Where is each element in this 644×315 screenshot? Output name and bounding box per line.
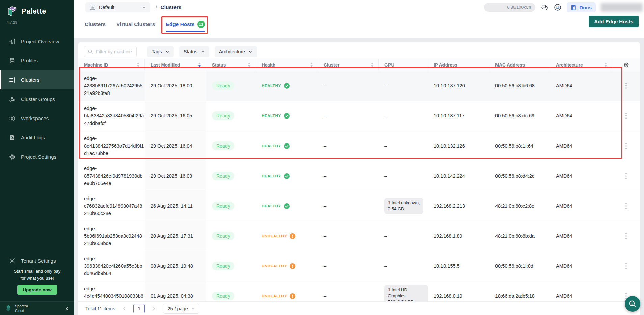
tab-virtual-clusters[interactable]: Virtual Clusters: [116, 14, 155, 35]
sort-icon-active-desc[interactable]: [198, 62, 201, 67]
tools-icon: [9, 258, 16, 264]
unhealthy-warning-icon: [290, 233, 295, 239]
svg-text:@: @: [556, 5, 560, 9]
palette-logo-icon: [5, 5, 18, 18]
next-page-icon[interactable]: [152, 307, 156, 311]
machine-id: edge-4c4c4544003450108033b6c04f504432: [84, 285, 145, 301]
sidebar-item-label: Profiles: [21, 58, 38, 63]
row-menu-button[interactable]: [612, 263, 640, 269]
sidebar-item-audit-logs[interactable]: Audit Logs: [0, 128, 74, 147]
architecture-cell: AMD64: [550, 293, 612, 299]
table-row[interactable]: edge-857438426ef9d9781930dbe90b705e4e 29…: [78, 161, 640, 191]
docs-button[interactable]: Docs: [567, 2, 596, 12]
status-badge: Ready: [212, 292, 234, 300]
support-search-widget[interactable]: [625, 296, 640, 312]
status-badge: Ready: [212, 111, 234, 120]
sidebar-item-project-settings[interactable]: Project Settings: [0, 147, 74, 166]
ip-address-cell: 192.168.0.10: [428, 293, 489, 299]
chat-icon[interactable]: [540, 3, 548, 11]
tab-label: Virtual Clusters: [116, 21, 155, 27]
architecture-filter-label: Architecture: [219, 49, 245, 54]
health-status: UNHEALTHY: [262, 233, 318, 239]
tags-filter-dropdown[interactable]: Tags: [147, 46, 174, 57]
table-row[interactable]: edge-4238b891f7267a5024295521a92b3fa8 29…: [78, 71, 640, 101]
sidebar-item-tenant-settings[interactable]: Tenant Settings: [0, 251, 74, 270]
sidebar-item-workspaces[interactable]: Workspaces: [0, 109, 74, 128]
table-row[interactable]: edge-c76832aefe914893047a48210b60c28e 26…: [78, 191, 640, 221]
last-modified: 29 Oct 2025, 16:04: [151, 143, 192, 149]
sidebar-item-cluster-groups[interactable]: Cluster Groups: [0, 89, 74, 109]
column-header-cluster[interactable]: Cluster: [318, 59, 379, 71]
row-menu-button[interactable]: [612, 113, 640, 119]
chevron-down-icon: [201, 50, 205, 54]
add-edge-hosts-button[interactable]: Add Edge Hosts: [589, 16, 639, 27]
ip-address-cell: 10.10.155.5: [428, 263, 489, 269]
last-modified: 29 Oct 2025, 16:03: [151, 173, 192, 179]
column-header-mac-address[interactable]: MAC Address: [489, 59, 550, 71]
kebab-menu-icon: [625, 143, 627, 149]
sidebar-item-label: Project Overview: [21, 38, 59, 44]
topbar: Default / Clusters 0.86/100kCh @ Docs: [74, 0, 644, 15]
gpu-cell: –: [379, 233, 428, 239]
column-header-last-modified[interactable]: Last Modified: [145, 59, 206, 71]
sort-icon[interactable]: [604, 62, 607, 67]
column-header-status[interactable]: Status: [206, 59, 256, 71]
status-filter-dropdown[interactable]: Status: [179, 46, 209, 57]
health-status: UNHEALTHY: [262, 293, 318, 299]
sort-icon[interactable]: [137, 62, 140, 67]
sidebar-item-project-overview[interactable]: Project Overview: [0, 32, 74, 51]
architecture-cell: AMD64: [550, 233, 612, 239]
breadcrumb-separator: /: [156, 4, 157, 10]
table-row[interactable]: edge-396338420e4f260a55c3bbd046db9b64 08…: [78, 251, 640, 281]
tab-label: Clusters: [85, 21, 106, 27]
chart-icon: [9, 38, 16, 45]
tab-clusters[interactable]: Clusters: [85, 14, 106, 35]
sort-icon[interactable]: [371, 62, 374, 67]
user-account-redacted[interactable]: [601, 3, 643, 12]
table-row[interactable]: edge-8e41384227563a7d14df9f1d1ac73bbe 29…: [78, 131, 640, 161]
page-size-select[interactable]: 25 / page: [163, 304, 199, 314]
kebab-menu-icon: [625, 203, 627, 209]
project-icon: [89, 4, 96, 10]
tab-edge-hosts[interactable]: Edge Hosts 11: [166, 14, 205, 35]
mention-icon[interactable]: @: [554, 3, 562, 11]
mac-address-cell: 48:21:0b:60:8b:da: [489, 233, 550, 239]
column-header-machine-id[interactable]: Machine ID: [78, 59, 145, 71]
table-row[interactable]: edge-5b96f691ab253ca3c02448210b608bda 20…: [78, 221, 640, 251]
search-input[interactable]: [84, 46, 137, 57]
ip-address-cell: 192.168.1.89: [428, 233, 489, 239]
upgrade-now-button[interactable]: Upgrade now: [17, 285, 57, 295]
tags-filter-label: Tags: [152, 49, 162, 54]
gpu-badge: 1 Intel unknown,0.54 GB: [384, 198, 423, 214]
docs-label: Docs: [579, 5, 592, 10]
breadcrumb: Clusters: [160, 4, 181, 10]
table-row[interactable]: edge-4c4c4544003450108033b6c04f504432 01…: [78, 281, 640, 301]
column-header-ip-address[interactable]: IP Address: [428, 59, 489, 71]
sort-icon[interactable]: [310, 62, 313, 67]
row-menu-button[interactable]: [612, 83, 640, 89]
collapse-sidebar-icon[interactable]: [65, 306, 70, 311]
machine-id: edge-396338420e4f260a55c3bbd046db9b64: [84, 255, 145, 277]
last-modified: 20 Aug 2025, 17:31: [151, 233, 193, 239]
sidebar-item-profiles[interactable]: Profiles: [0, 51, 74, 70]
chevron-down-icon: [165, 50, 169, 54]
column-settings[interactable]: [612, 59, 640, 71]
architecture-filter-dropdown[interactable]: Architecture: [215, 46, 257, 57]
sort-icon[interactable]: [248, 62, 251, 67]
row-menu-button[interactable]: [612, 203, 640, 209]
gpu-cell: –: [379, 263, 428, 269]
row-menu-button[interactable]: [612, 233, 640, 239]
column-header-architecture[interactable]: Architecture: [550, 59, 612, 71]
page-number[interactable]: 1: [133, 304, 145, 313]
table-row[interactable]: edge-bfa83842a83d8405804f29a47ddbafcf 29…: [78, 101, 640, 131]
row-menu-button[interactable]: [612, 143, 640, 149]
project-selector[interactable]: Default: [85, 2, 150, 12]
spectro-cloud-logo-icon: [5, 305, 12, 312]
column-header-health[interactable]: Health: [256, 59, 318, 71]
prev-page-icon[interactable]: [122, 307, 126, 311]
health-status: HEALTHY: [262, 143, 318, 149]
column-header-gpu[interactable]: GPU: [379, 59, 428, 71]
status-badge: Ready: [212, 172, 234, 180]
row-menu-button[interactable]: [612, 173, 640, 179]
sidebar-item-clusters[interactable]: Clusters: [0, 70, 74, 89]
